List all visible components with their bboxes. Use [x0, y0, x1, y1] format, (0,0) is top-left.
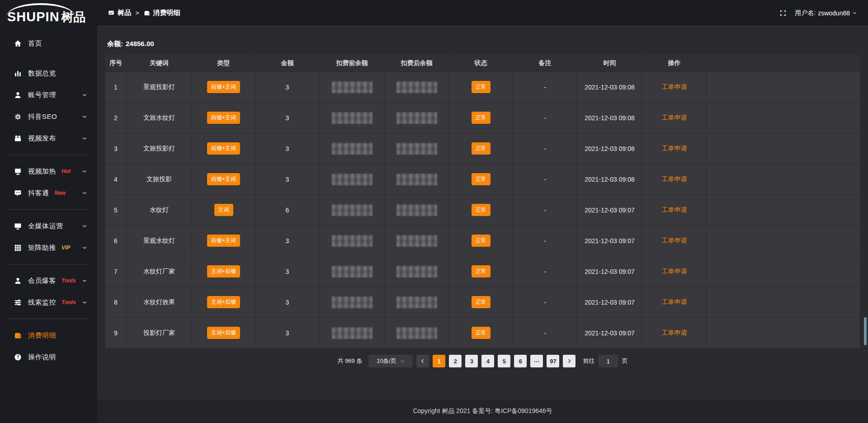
cell-action: 工单申请	[642, 164, 707, 195]
work-order-link[interactable]: 工单申请	[662, 329, 687, 337]
work-order-link[interactable]: 工单申请	[662, 268, 687, 276]
cell-seq: 6	[105, 226, 127, 256]
page-size-select[interactable]: 10条/页	[368, 355, 413, 367]
redacted-value	[332, 327, 373, 339]
display-icon	[14, 167, 22, 175]
sidebar-item-home[interactable]: 首页	[0, 33, 97, 54]
sidebar-item-douyin-seo[interactable]: 抖音SEO	[0, 106, 97, 127]
pagination: 共 969 条 10条/页 1 2 3 4 5 6 ··· 97 前往 页	[105, 355, 860, 367]
next-page-button[interactable]	[563, 355, 576, 367]
redacted-value	[332, 296, 373, 308]
column-header: 备注	[513, 55, 577, 72]
prev-page-button[interactable]	[416, 355, 429, 367]
table-row: 2 文旅水纹灯 前缀+主词 3 正常 - 2021-12-03 09:08 工单…	[105, 103, 860, 133]
sidebar-item-data-overview[interactable]: 数据总览	[0, 62, 97, 84]
redacted-value	[396, 235, 437, 247]
work-order-link[interactable]: 工单申请	[662, 298, 687, 306]
cell-type: 前缀+主词	[192, 103, 255, 133]
logo-arc	[6, 3, 75, 17]
cell-keyword: 文旅水纹灯	[127, 103, 192, 133]
cell-status: 正常	[449, 133, 513, 164]
cell-status: 正常	[449, 195, 513, 226]
cell-amount: 3	[255, 256, 320, 287]
status-badge: 正常	[472, 112, 491, 124]
sidebar-item-member-baoke[interactable]: 会员爆客 Tools	[0, 270, 97, 291]
sidebar-item-clue-monitor[interactable]: 线索监控 Tools	[0, 291, 97, 313]
page-button[interactable]: 3	[465, 355, 478, 367]
fullscreen-icon[interactable]	[779, 9, 787, 17]
redacted-value	[332, 235, 373, 247]
balance-label: 余额:	[107, 40, 123, 47]
work-order-link[interactable]: 工单申请	[662, 237, 687, 245]
cell-seq: 1	[105, 72, 127, 103]
sidebar-item-label: 视频发布	[28, 134, 56, 143]
sidebar-item-media-operation[interactable]: 全媒体运营	[0, 215, 97, 237]
work-order-link[interactable]: 工单申请	[662, 145, 687, 153]
sidebar-item-douketong[interactable]: 抖客通 New	[0, 182, 97, 204]
work-order-link[interactable]: 工单申请	[662, 206, 687, 214]
page-button[interactable]: 97	[547, 355, 559, 367]
table-row: 6 景观水纹灯 前缀+主词 3 正常 - 2021-12-03 09:07 工单…	[105, 226, 860, 256]
app-icon	[108, 10, 114, 16]
sidebar-item-account[interactable]: 账号管理	[0, 84, 97, 106]
cell-seq: 2	[105, 103, 127, 133]
page-button[interactable]: 4	[481, 355, 494, 367]
total-count: 共 969 条	[338, 357, 363, 365]
redacted-value	[396, 296, 437, 308]
status-badge: 正常	[472, 81, 491, 93]
cell-keyword: 水纹灯	[127, 195, 192, 226]
cell-filler	[707, 164, 860, 195]
chevron-down-icon	[400, 359, 405, 364]
topbar: 树品 > 消费明细 用户名: zswodun88	[97, 0, 868, 26]
page-button[interactable]: 2	[449, 355, 462, 367]
sidebar-item-label: 会员爆客	[28, 277, 56, 285]
type-badge: 前缀+主词	[207, 112, 240, 124]
cell-keyword: 景观投影灯	[127, 72, 192, 103]
work-order-link[interactable]: 工单申请	[662, 83, 687, 91]
redacted-value	[332, 174, 373, 185]
cell-time: 2021-12-03 09:08	[577, 133, 642, 164]
sidebar-item-consumption-detail[interactable]: 消费明细	[0, 324, 97, 346]
breadcrumb-current[interactable]: 消费明细	[144, 9, 180, 17]
cell-filler	[707, 133, 860, 164]
column-header: 操作	[642, 55, 707, 72]
sidebar-item-video-heat[interactable]: 视频加热 Hot	[0, 160, 97, 182]
sidebar-item-label: 消费明细	[28, 331, 56, 340]
divider	[8, 155, 89, 155]
balance-value: 24856.00	[126, 40, 154, 47]
redacted-value	[396, 112, 437, 124]
scrollbar-thumb[interactable]	[864, 317, 867, 345]
cell-seq: 9	[105, 318, 127, 348]
cell-balance-after	[385, 133, 449, 164]
table-header-row: 序号 关键词 类型 金额 扣费前余额 扣费后余额 状态 备注 时间 操作	[105, 55, 860, 72]
page-button[interactable]: 1	[433, 355, 445, 367]
page-size-value: 10条/页	[377, 357, 396, 365]
divider	[8, 264, 89, 264]
chat-bubble-icon	[14, 189, 22, 197]
cell-type: 前缀+主词	[192, 72, 255, 103]
sidebar-item-matrix-boost[interactable]: 矩阵助推 VIP	[0, 237, 97, 258]
more-pages-button[interactable]: ···	[530, 355, 543, 367]
type-badge: 前缀+主词	[207, 235, 240, 247]
cell-action: 工单申请	[642, 72, 707, 103]
work-order-link[interactable]: 工单申请	[662, 175, 687, 183]
user-menu[interactable]: 用户名: zswodun88	[795, 9, 857, 17]
divider	[8, 319, 89, 319]
cell-remark: -	[513, 133, 577, 164]
work-order-link[interactable]: 工单申请	[662, 114, 687, 122]
page-button[interactable]: 5	[498, 355, 510, 367]
breadcrumb-home[interactable]: 树品	[108, 9, 131, 17]
status-badge: 正常	[472, 173, 491, 185]
sidebar-item-video-publish[interactable]: 视频发布	[0, 127, 97, 149]
app-root: SHUPIN树品 首页 数据总览 账号管理 抖音SEO	[0, 0, 868, 423]
page-button[interactable]: 6	[514, 355, 527, 367]
svg-text:?: ?	[16, 354, 19, 359]
copyright-text: Copyright 树品 2021 备案号: 粤ICP备09019646号	[413, 407, 552, 415]
cell-amount: 3	[255, 164, 320, 195]
chevron-down-icon	[82, 223, 87, 229]
goto-page-input[interactable]	[598, 355, 618, 367]
redacted-value	[396, 327, 437, 339]
redacted-value	[396, 143, 437, 155]
sidebar-item-instructions[interactable]: ? 操作说明	[0, 346, 97, 368]
column-header: 关键词	[127, 55, 192, 72]
